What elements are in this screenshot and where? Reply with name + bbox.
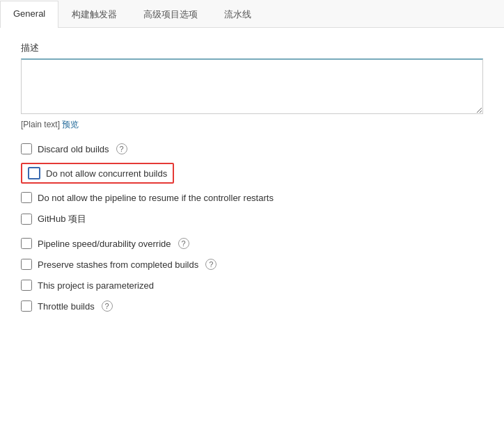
help-icon-throttle-builds[interactable]: ? [102,300,113,312]
checkbox-label-no-resume-pipeline: Do not allow the pipeline to resume if t… [38,193,274,203]
checkbox-label-throttle-builds: Throttle builds [38,301,95,312]
checkbox-row-preserve-stashes: Preserve stashes from completed builds? [21,257,483,271]
highlighted-checkbox-wrapper: Do not allow concurrent builds [21,163,174,184]
help-icon-preserve-stashes[interactable]: ? [205,259,216,270]
plaintext-row: [Plain text] 预览 [21,119,79,131]
checkbox-row-parameterized: This project is parameterized [21,278,483,292]
checkbox-discard-old-builds[interactable] [21,143,32,154]
checkbox-no-concurrent-builds[interactable] [28,167,40,179]
checkboxes-section: Discard old builds?Do not allow concurre… [21,142,483,313]
checkbox-no-resume-pipeline[interactable] [21,192,32,203]
tab-pipeline[interactable]: 流水线 [211,1,265,28]
checkbox-row-github-project: GitHub 项目 [21,211,483,227]
checkbox-row-no-resume-pipeline: Do not allow the pipeline to resume if t… [21,191,483,205]
checkbox-preserve-stashes[interactable] [21,259,32,270]
checkbox-github-project[interactable] [21,214,32,225]
description-textarea[interactable] [21,58,483,114]
checkbox-row-pipeline-speed: Pipeline speed/durability override? [21,236,483,250]
preview-link[interactable]: 预览 [62,120,79,129]
checkbox-label-pipeline-speed: Pipeline speed/durability override [38,239,171,249]
main-content: 描述 [Plain text] 预览 Discard old builds?Do… [0,28,504,334]
checkbox-parameterized[interactable] [21,280,32,291]
checkbox-label-discard-old-builds: Discard old builds [38,144,109,154]
checkbox-row-throttle-builds: Throttle builds? [21,299,483,313]
checkbox-label-parameterized: This project is parameterized [38,280,154,291]
description-label: 描述 [21,42,483,54]
tab-build-triggers[interactable]: 构建触发器 [58,1,130,28]
checkbox-label-github-project: GitHub 项目 [38,213,86,225]
page-container: General构建触发器高级项目选项流水线 描述 [Plain text] 预览… [0,0,504,425]
plaintext-text: [Plain text] [21,120,60,129]
tabs-bar: General构建触发器高级项目选项流水线 [0,0,504,28]
help-icon-pipeline-speed[interactable]: ? [178,238,189,249]
checkbox-row-discard-old-builds: Discard old builds? [21,142,483,156]
tab-general[interactable]: General [0,1,58,28]
tab-advanced[interactable]: 高级项目选项 [130,1,211,28]
checkbox-label-preserve-stashes: Preserve stashes from completed builds [38,259,198,270]
help-icon-discard-old-builds[interactable]: ? [116,143,127,154]
checkbox-pipeline-speed[interactable] [21,238,32,249]
checkbox-label-no-concurrent-builds: Do not allow concurrent builds [46,168,167,179]
checkbox-throttle-builds[interactable] [21,300,32,312]
